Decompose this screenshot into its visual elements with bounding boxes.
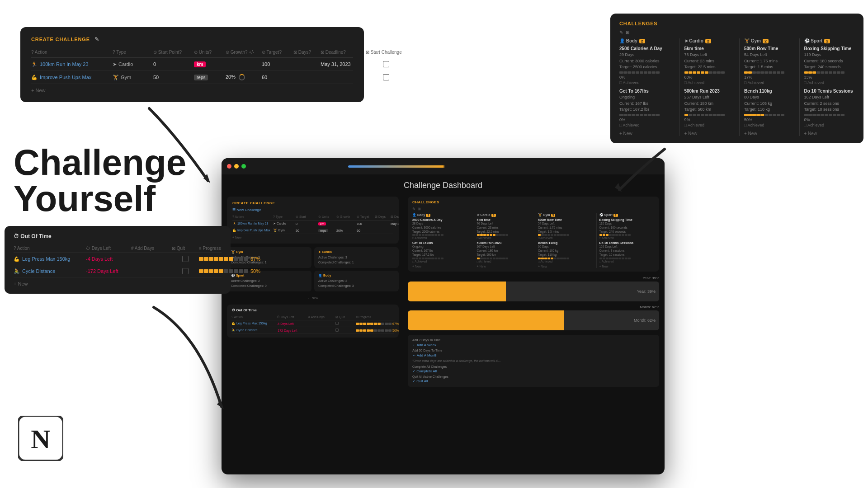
col-header-sport: ⚽ Sport 2	[804, 38, 855, 43]
oot-action[interactable]: 💪 Leg Press Max 150kg	[14, 256, 86, 262]
challenge-item[interactable]: 500km Run 2023 267 Days Left Current: 18…	[684, 89, 735, 127]
tip-note: "Once extra days are added to a challeng…	[412, 359, 655, 362]
mini-table-row: 💪 Improve Push Ups Max 🏋 Gym 50 reps 20%…	[232, 227, 393, 234]
quit-all-label: Quit All Active Challenges	[412, 375, 655, 378]
add-new-sport[interactable]: + New	[804, 131, 855, 136]
progress-bar: 67%	[199, 256, 253, 262]
mini-table-header: ? Action? Type⊙ Start⊙ Units⊙ Growth⊙ Ta…	[232, 214, 393, 221]
challenge-item[interactable]: 2500 Calories A Day 29 Days Current: 300…	[619, 46, 675, 85]
quit-checkbox[interactable]	[182, 256, 189, 262]
challenge-item[interactable]: Do 10 Tennis Sessions 162 Days Left Curr…	[804, 89, 855, 127]
mini-add-cardio[interactable]: + New	[477, 265, 533, 268]
mini-ch-grid: 👤 Body 3 2500 Calories A Day 28 Days Cur…	[412, 213, 655, 268]
start-checkbox[interactable]	[383, 61, 389, 67]
mini-ch-item[interactable]: 5km time 76 Days Left Current: 23 mins T…	[477, 218, 533, 239]
mini-challenges-card: CHALLENGES ✎ ⊞ 👤 Body 3 2500 Calories A …	[408, 197, 659, 272]
year-label: Year: 39%	[408, 276, 659, 280]
cardio-column: ➤ Cardio 2 5km time 76 Days Left Current…	[679, 38, 735, 136]
mini-ch-item[interactable]: Do 10 Tennis Sessions 162 Days Left Curr…	[599, 241, 655, 263]
dashboard-right-panel: CHALLENGES ✎ ⊞ 👤 Body 3 2500 Calories A …	[403, 197, 659, 459]
mini-sport-col: ⚽ Sport 2 Boxing Skipping Time 110 Days …	[596, 213, 655, 268]
challenge-item[interactable]: 5km time 76 Days Left Current: 23 mins T…	[684, 46, 735, 85]
add-new-button[interactable]: + New	[31, 88, 353, 93]
challenge-item[interactable]: Get To 167lbs Ongoing Current: 167 lbs T…	[619, 89, 675, 127]
challenges-grid: 👤 Body 2 2500 Calories A Day 29 Days Cur…	[619, 38, 854, 136]
add-new-oot[interactable]: + New	[14, 281, 222, 286]
challenges-share-icon[interactable]: ⊞	[626, 30, 629, 35]
tip-add-week-label: Add 7 Days To Time	[412, 338, 655, 342]
maximize-button[interactable]	[241, 164, 246, 169]
action-cell[interactable]: 💪 Improve Push Ups Max	[31, 75, 113, 80]
mini-oot-row: 🚴 Cycle Distance -172 Days Left	[231, 327, 394, 334]
mini-ch-item[interactable]: Boxing Skipping Time 110 Days Current: 1…	[599, 218, 655, 239]
challenges-edit-icon[interactable]: ✎	[619, 30, 623, 35]
body-column: 👤 Body 2 2500 Calories A Day 29 Days Cur…	[619, 38, 675, 136]
col-header-body: 👤 Body 2	[619, 38, 675, 43]
challenge-item[interactable]: Boxing Skipping Time 119 Days Current: 1…	[804, 46, 855, 85]
mini-ch-item[interactable]: 2500 Calories A Day 28 Days Current: 300…	[412, 218, 471, 239]
mini-cat-body[interactable]: 👤 Body Active Challenges: 2 Completed Ch…	[314, 271, 399, 291]
mini-oot-header: ? Action⏱ Days Left# Add Days⊠ Quit≡ Pro…	[231, 314, 394, 320]
mini-add-new[interactable]: + New	[232, 236, 393, 239]
table-header: ? Action ? Type ⊙ Start Point? ⊙ Units? …	[31, 47, 353, 58]
mini-add-gym[interactable]: + New	[538, 265, 594, 268]
sport-column: ⚽ Sport 2 Boxing Skipping Time 119 Days …	[799, 38, 855, 136]
mini-ch-item[interactable]: 500m Row Time 54 Days Left Current: 1.75…	[538, 218, 594, 239]
mini-oot-row: 💪 Leg Press Max 150kg -4 Days Left	[231, 320, 394, 327]
arrow-1	[140, 99, 231, 190]
svg-text:N: N	[31, 424, 50, 454]
month-bar: Month: 62%	[408, 310, 659, 330]
table-row: 💪 Improve Push Ups Max 🏋 Gym 50 reps 20%…	[31, 71, 353, 84]
add-month-button[interactable]: ← Add A Month	[412, 353, 655, 357]
start-checkbox[interactable]	[383, 74, 389, 80]
add-new-cardio[interactable]: + New	[684, 131, 735, 136]
units-tag-reps[interactable]: reps	[194, 75, 208, 80]
oot-action[interactable]: 🚴 Cycle Distance	[14, 268, 86, 274]
tip-add-month-label: Add 30 Days To Time	[412, 349, 655, 352]
quit-checkbox[interactable]	[182, 268, 189, 274]
add-week-button[interactable]: ← Add A Week	[412, 343, 655, 347]
mini-ch-item[interactable]: Bench 110kg 60 Days Current: 105 kg Targ…	[538, 241, 594, 263]
quit-all-button[interactable]: ✓ Quit All	[412, 379, 655, 383]
year-bar: Year: 39%	[408, 282, 659, 301]
units-tag-km[interactable]: km	[194, 61, 206, 67]
minimize-button[interactable]	[234, 164, 239, 169]
complete-all-label: Complete All Challenges	[412, 365, 655, 368]
svg-marker-3	[217, 400, 224, 409]
mini-add-sport[interactable]: + New	[599, 265, 655, 268]
mini-edit-icon[interactable]: ✎	[412, 207, 415, 211]
year-month-bars: Year: 39% Year: 39% Month: 62% Month: 62…	[408, 276, 659, 330]
challenge-item[interactable]: 500m Row Time 54 Days Left Current: 1.75…	[744, 46, 795, 85]
type-cell: ➤ Cardio	[113, 61, 153, 67]
mini-gym-col: 🏋 Gym 3 500m Row Time 54 Days Left Curre…	[535, 213, 594, 268]
url-bar[interactable]	[348, 165, 538, 168]
mini-ch-item[interactable]: Get To 167lbs Ongoing Current: 167 lbs T…	[412, 241, 471, 263]
mini-cat-cardio[interactable]: ➤ Cardio Active Challenges: 3 Completed …	[314, 247, 399, 268]
out-of-time-card: ⏱ Out Of Time ? Action ⏱ Days Left # Add…	[5, 226, 231, 294]
challenge-item[interactable]: Bench 110kg 80 Days Current: 105 kg Targ…	[744, 89, 795, 127]
mini-new-challenge[interactable]: ☰ New Challenge	[232, 208, 393, 212]
challenges-title: CHALLENGES	[619, 21, 854, 26]
arrow-top-to-dashboard	[574, 140, 687, 194]
oot-row: 🚴 Cycle Distance -172 Days Left 50%	[14, 265, 222, 277]
mini-add-body[interactable]: + New	[412, 265, 471, 268]
oot-title: ⏱ Out Of Time	[14, 233, 222, 239]
gym-column: 🏋 Gym 2 500m Row Time 54 Days Left Curre…	[739, 38, 795, 136]
main-dashboard: Challenge Dashboard CREATE CHALLENGE ☰ N…	[222, 158, 665, 474]
spinner-icon	[239, 74, 245, 80]
mini-share-icon[interactable]: ⊞	[418, 207, 421, 211]
add-new-gym[interactable]: + New	[744, 131, 795, 136]
challenges-card: CHALLENGES ✎ ⊞ 👤 Body 2 2500 Calories A …	[610, 14, 863, 143]
arrow-3	[108, 298, 244, 411]
add-new-body[interactable]: + New	[619, 131, 675, 136]
create-challenge-title: CREATE CHALLENGE ✎	[31, 36, 353, 42]
mini-create-challenge: CREATE CHALLENGE ☰ New Challenge ? Actio…	[227, 197, 399, 244]
mini-table-row: 🏃 100km Run In May 23 ➤ Cardio 0 km 100 …	[232, 221, 393, 227]
oot-row: 💪 Leg Press Max 150kg -4 Days Left 67%	[14, 253, 222, 265]
edit-icon[interactable]: ✎	[94, 36, 99, 42]
col-header-gym: 🏋 Gym 2	[744, 38, 795, 43]
complete-all-button[interactable]: ✓ Complete All	[412, 369, 655, 373]
mini-ch-item[interactable]: 500km Run 2023 267 Days Left Current: 18…	[477, 241, 533, 263]
action-cell[interactable]: 🏃 100km Run In May 23	[31, 61, 113, 67]
mini-add-new-cat[interactable]: ← New	[227, 295, 399, 301]
